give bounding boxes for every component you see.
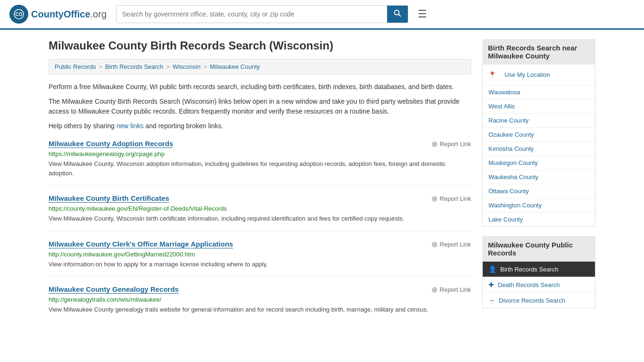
nearby-list-item: Ottawa County — [483, 184, 595, 198]
main-content: Milwaukee County Birth Records Search (W… — [49, 39, 471, 322]
report-label: Report Link — [440, 140, 471, 148]
nearby-link[interactable]: Lake County — [483, 213, 595, 226]
report-link[interactable]: ⊗ Report Link — [431, 285, 471, 294]
report-label: Report Link — [440, 241, 471, 248]
nearby-list: 📍 Use My Location WauwatosaWest AllisRac… — [482, 65, 595, 227]
pub-records-item: 👤 Birth Records Search — [483, 262, 595, 277]
logo-link[interactable]: CO CountyOffice.org — [9, 5, 107, 24]
nearby-list-item: Muskegon County — [483, 156, 595, 170]
description-3-post: and reporting broken links. — [144, 122, 223, 130]
report-link[interactable]: ⊗ Report Link — [431, 140, 471, 148]
pub-records-label: Divorce Records Search — [499, 297, 565, 304]
pub-records-label: Death Records Search — [498, 281, 560, 288]
pub-icon: 👤 — [488, 265, 496, 273]
record-header: Milwaukee County Adoption Records ⊗ Repo… — [49, 140, 471, 148]
record-title[interactable]: Milwaukee County Birth Certificates — [49, 194, 169, 203]
nearby-link[interactable]: Washington County — [483, 198, 595, 212]
nearby-list-item: Wauwatosa — [483, 85, 595, 99]
nearby-list-item: Lake County — [483, 213, 595, 226]
nearby-link[interactable]: Ottawa County — [483, 184, 595, 198]
record-url: https://milwaukeegenealogy.org/cpage.php — [49, 150, 471, 157]
public-records-list: 👤 Birth Records Search ✚ Death Records S… — [482, 262, 595, 308]
record-title[interactable]: Milwaukee County Genealogy Records — [49, 285, 179, 294]
nearby-list-item: Racine County — [483, 114, 595, 128]
record-entry: Milwaukee County Adoption Records ⊗ Repo… — [49, 140, 471, 186]
report-link[interactable]: ⊗ Report Link — [431, 240, 471, 249]
report-icon: ⊗ — [431, 285, 438, 294]
breadcrumb-link-public-records[interactable]: Public Records — [55, 63, 96, 70]
nearby-list-item: West Allis — [483, 99, 595, 114]
nearby-link[interactable]: Muskegon County — [483, 156, 595, 170]
record-entry: Milwaukee County Clerk's Office Marriage… — [49, 240, 471, 277]
breadcrumb-link-wisconsin[interactable]: Wisconsin — [173, 63, 200, 70]
report-icon: ⊗ — [431, 240, 438, 249]
pub-icon: ✚ — [488, 281, 494, 288]
record-header: Milwaukee County Genealogy Records ⊗ Rep… — [49, 285, 471, 294]
pub-records-item: ✚ Death Records Search — [483, 277, 595, 293]
report-icon: ⊗ — [431, 140, 438, 148]
record-desc: View Milwaukee County genealogy trails w… — [49, 305, 471, 314]
use-location-link[interactable]: Use My Location — [499, 68, 556, 82]
nearby-link[interactable]: Waukesha County — [483, 170, 595, 184]
nearby-list-item: Waukesha County — [483, 170, 595, 184]
svg-point-2 — [395, 10, 399, 15]
nearby-title: Birth Records Search near Milwaukee Coun… — [482, 39, 595, 65]
nearby-link[interactable]: West Allis — [483, 99, 595, 113]
report-label: Report Link — [440, 286, 471, 293]
record-header: Milwaukee County Birth Certificates ⊗ Re… — [49, 194, 471, 203]
use-location-item: 📍 Use My Location — [483, 65, 595, 85]
logo-icon: CO — [9, 5, 28, 24]
records-container: Milwaukee County Adoption Records ⊗ Repo… — [49, 140, 471, 322]
page-title: Milwaukee County Birth Records Search (W… — [49, 39, 471, 52]
breadcrumb-sep-2: > — [166, 63, 170, 70]
record-url: http://genealogytrails.com/wis/milwaukee… — [49, 296, 471, 303]
hamburger-menu[interactable]: ☰ — [418, 9, 427, 19]
record-url: https://county.milwaukee.gov/EN/Register… — [49, 205, 471, 212]
breadcrumb: Public Records > Birth Records Search > … — [49, 59, 471, 74]
record-entry: Milwaukee County Birth Certificates ⊗ Re… — [49, 194, 471, 231]
description-2: The Milwaukee County Birth Records Searc… — [49, 97, 471, 116]
nearby-link[interactable]: Kenosha County — [483, 142, 595, 156]
nearby-link[interactable]: Wauwatosa — [483, 85, 595, 99]
svg-line-3 — [399, 15, 401, 17]
pub-records-link[interactable]: 👤 Birth Records Search — [483, 262, 595, 277]
pin-icon: 📍 — [488, 71, 496, 78]
record-url: http://county.milwaukee.gov/GettingMarri… — [49, 251, 471, 258]
logo-text: CountyOffice.org — [31, 9, 107, 20]
pub-records-link[interactable]: ↔ Divorce Records Search — [483, 293, 595, 308]
report-link[interactable]: ⊗ Report Link — [431, 194, 471, 203]
record-entry: Milwaukee County Genealogy Records ⊗ Rep… — [49, 285, 471, 322]
report-label: Report Link — [440, 195, 471, 202]
pub-records-link[interactable]: ✚ Death Records Search — [483, 277, 595, 292]
record-desc: View Milwaukee County, Wisconsin adoptio… — [49, 159, 471, 178]
description-3-pre: Help others by sharing — [49, 122, 116, 130]
public-records-section: Milwaukee County Public Records 👤 Birth … — [482, 236, 595, 308]
public-records-title: Milwaukee County Public Records — [482, 236, 595, 262]
breadcrumb-link-birth-records[interactable]: Birth Records Search — [105, 63, 164, 70]
nearby-link[interactable]: Racine County — [483, 114, 595, 127]
search-bar — [116, 5, 408, 23]
nearby-link[interactable]: Ozaukee County — [483, 128, 595, 141]
record-title[interactable]: Milwaukee County Clerk's Office Marriage… — [49, 240, 233, 248]
nearby-list-item: Kenosha County — [483, 142, 595, 156]
record-desc: View Milwaukee County, Wisconsin birth c… — [49, 214, 471, 223]
new-links-link[interactable]: new links — [116, 122, 144, 130]
sidebar: Birth Records Search near Milwaukee Coun… — [482, 39, 595, 322]
nearby-list-item: Ozaukee County — [483, 128, 595, 142]
search-input[interactable] — [116, 6, 387, 23]
record-title[interactable]: Milwaukee County Adoption Records — [49, 140, 173, 148]
nearby-list-item: Washington County — [483, 198, 595, 213]
page-container: Milwaukee County Birth Records Search (W… — [39, 30, 605, 331]
report-icon: ⊗ — [431, 194, 438, 203]
record-desc: View information on how to apply for a m… — [49, 260, 471, 269]
breadcrumb-link-milwaukee[interactable]: Milwaukee County — [210, 63, 260, 70]
header: CO CountyOffice.org ☰ — [0, 0, 644, 30]
breadcrumb-sep-1: > — [99, 63, 102, 70]
pub-icon: ↔ — [488, 296, 495, 304]
description-1: Perform a free Milwaukee County, WI publ… — [49, 82, 471, 92]
svg-text:CO: CO — [16, 12, 23, 17]
pub-records-label: Birth Records Search — [500, 266, 559, 273]
search-button[interactable] — [387, 6, 408, 23]
breadcrumb-sep-3: > — [203, 63, 207, 70]
nearby-section: Birth Records Search near Milwaukee Coun… — [482, 39, 595, 227]
